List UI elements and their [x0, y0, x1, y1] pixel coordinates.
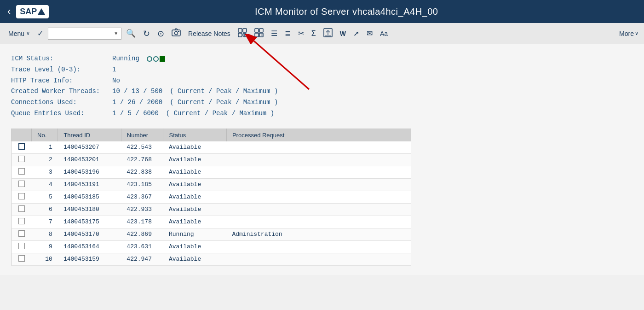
- scissors-button[interactable]: ✂: [295, 27, 307, 40]
- grid1-button[interactable]: [235, 26, 250, 41]
- icm-status-indicator: [147, 56, 165, 62]
- export-button[interactable]: [321, 26, 335, 41]
- row-processed-request: Administration: [226, 228, 411, 240]
- row-number: 422.933: [121, 203, 163, 216]
- svg-rect-4: [243, 29, 247, 32]
- sigma-button[interactable]: Σ: [309, 28, 319, 40]
- checkbox-icon[interactable]: [18, 181, 25, 187]
- row-status: Available: [163, 141, 226, 154]
- row-processed-request: [226, 216, 411, 228]
- row-thread-id: 1400453164: [58, 240, 121, 253]
- dot-empty2-icon: [153, 56, 159, 62]
- row-status: Available: [163, 216, 226, 228]
- table-row[interactable]: 51400453185423.367Available: [12, 191, 411, 203]
- checkbox-icon[interactable]: [18, 168, 25, 175]
- scissors-icon: ✂: [298, 29, 304, 38]
- row-no: 2: [32, 153, 58, 166]
- row-checkbox[interactable]: [12, 253, 32, 265]
- table-row[interactable]: 61400453180422.933Available: [12, 203, 411, 216]
- table-row[interactable]: 11400453207422.543Available: [12, 141, 411, 154]
- more-button[interactable]: More ∨: [619, 30, 638, 37]
- checkbox-icon[interactable]: [18, 205, 25, 212]
- row-checkbox[interactable]: [12, 240, 32, 253]
- grid2-button[interactable]: [252, 26, 266, 41]
- word-icon: W: [340, 30, 346, 37]
- grid1-icon: [238, 28, 247, 39]
- row-checkbox[interactable]: [12, 153, 32, 166]
- svg-point-1: [175, 32, 178, 35]
- row-no: 10: [32, 253, 58, 265]
- row-number: 422.543: [121, 141, 163, 154]
- table-row[interactable]: 101400453159422.947Available: [12, 253, 411, 265]
- check-button[interactable]: ✓: [34, 27, 46, 40]
- row-checkbox[interactable]: [12, 191, 32, 203]
- more-arrow-icon: ∨: [635, 30, 638, 36]
- arrow-icon: ➚: [353, 29, 359, 38]
- col-header-thread-id: Thread ID: [58, 129, 121, 141]
- table-row[interactable]: 21400453201422.768Available: [12, 153, 411, 166]
- table-row[interactable]: 41400453191423.185Available: [12, 178, 411, 191]
- word-button[interactable]: W: [337, 28, 349, 39]
- back-button[interactable]: ‹: [7, 6, 11, 18]
- mail-button[interactable]: ✉: [364, 27, 375, 40]
- align2-button[interactable]: ≣: [282, 27, 293, 40]
- table-row[interactable]: 31400453196422.838Available: [12, 166, 411, 178]
- release-notes-label: Release Notes: [188, 30, 230, 37]
- search-dropdown-icon: ▼: [114, 31, 118, 36]
- worker-threads-label: Created Worker Threads:: [11, 86, 112, 97]
- status-row-queue: Queue Entries Used: 1 / 5 / 6000 ( Curre…: [11, 108, 633, 119]
- settings-button[interactable]: ⊙: [155, 27, 167, 41]
- main-content: ICM Status: Running Trace Level (0-3): 1…: [0, 44, 644, 275]
- checkbox-icon[interactable]: [18, 243, 25, 249]
- row-checkbox[interactable]: [12, 203, 32, 216]
- table-row[interactable]: 71400453175423.178Available: [12, 216, 411, 228]
- row-checkbox[interactable]: [12, 178, 32, 191]
- search-button[interactable]: 🔍: [123, 27, 138, 40]
- checkbox-icon[interactable]: [18, 193, 25, 199]
- row-status: Available: [163, 203, 226, 216]
- text-icon: Aa: [380, 30, 388, 37]
- row-checkbox[interactable]: [12, 216, 32, 228]
- row-status: Available: [163, 253, 226, 265]
- settings-icon: ⊙: [157, 29, 164, 39]
- search-input[interactable]: ▼: [48, 28, 121, 40]
- menu-button[interactable]: Menu ∨: [6, 28, 33, 39]
- row-no: 1: [32, 141, 58, 154]
- refresh-icon: ↻: [143, 29, 150, 39]
- text-button[interactable]: Aa: [377, 28, 391, 39]
- row-number: 423.185: [121, 178, 163, 191]
- row-checkbox[interactable]: [12, 228, 32, 240]
- row-processed-request: [226, 253, 411, 265]
- queue-value: 1 / 5 / 6000: [112, 108, 159, 119]
- row-status: Available: [163, 153, 226, 166]
- release-notes-button[interactable]: Release Notes: [185, 28, 233, 39]
- sap-logo-triangle: [38, 8, 45, 15]
- http-trace-label: HTTP Trace Info:: [11, 76, 112, 87]
- row-checkbox[interactable]: [12, 166, 32, 178]
- row-processed-request: [226, 166, 411, 178]
- row-checkbox[interactable]: [12, 141, 32, 154]
- row-status: Running: [163, 228, 226, 240]
- row-thread-id: 1400453185: [58, 191, 121, 203]
- table-header-row: No. Thread ID Number Status Processed Re…: [12, 129, 411, 141]
- checkbox-icon[interactable]: [18, 143, 25, 150]
- align-button[interactable]: ☰: [268, 27, 280, 40]
- row-status: Available: [163, 191, 226, 203]
- table-row[interactable]: 91400453164423.631Available: [12, 240, 411, 253]
- export-icon: [323, 28, 333, 39]
- http-trace-value: No: [112, 76, 120, 87]
- row-thread-id: 1400453196: [58, 166, 121, 178]
- table-row[interactable]: 81400453170422.869RunningAdministration: [12, 228, 411, 240]
- row-no: 8: [32, 228, 58, 240]
- refresh-button[interactable]: ↻: [140, 27, 153, 41]
- row-number: 422.947: [121, 253, 163, 265]
- header: ‹ SAP ICM Monitor of Server vhcala4hci_A…: [0, 0, 644, 23]
- arrow-button[interactable]: ➚: [351, 27, 362, 40]
- row-number: 423.178: [121, 216, 163, 228]
- checkbox-icon[interactable]: [18, 218, 25, 224]
- checkbox-icon[interactable]: [18, 230, 25, 237]
- checkbox-icon[interactable]: [18, 156, 25, 162]
- checkbox-icon[interactable]: [18, 255, 25, 262]
- row-status: Available: [163, 240, 226, 253]
- camera-button[interactable]: [169, 26, 184, 41]
